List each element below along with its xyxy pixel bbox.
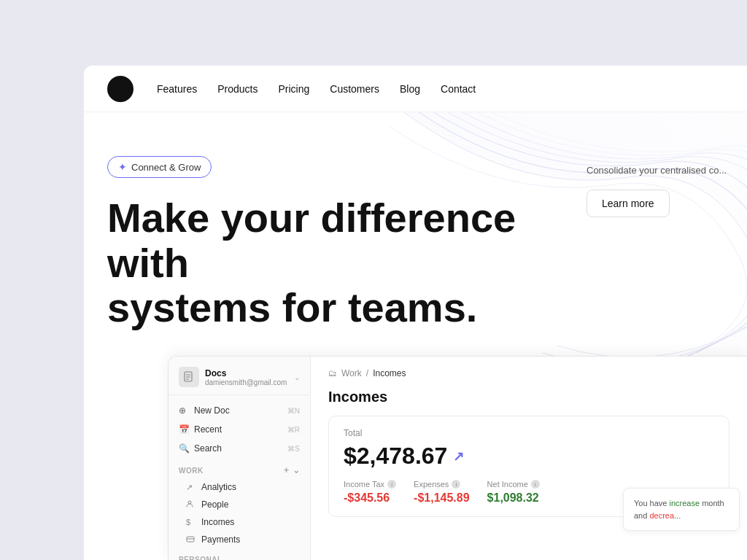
sidebar-item-payments[interactable]: Payments	[169, 531, 310, 548]
incomes-icon: $	[186, 518, 196, 526]
sidebar-personal-section: PERSONAL	[169, 548, 310, 560]
sidebar-menu: ⊕ New Doc ⌘N 📅 Recent ⌘R 🔍	[169, 395, 310, 560]
breadcrumb-separator: /	[366, 368, 368, 378]
income-tax-stat: Income Tax i -$345.56	[344, 480, 396, 505]
breadcrumb-workspace[interactable]: Work	[341, 368, 362, 378]
logo-icon[interactable]	[107, 76, 133, 102]
recent-label: Recent	[194, 424, 222, 435]
people-icon	[186, 499, 196, 510]
income-total-row: $2,478.67 ↗	[344, 443, 714, 470]
breadcrumb-current: Incomes	[373, 368, 406, 378]
expenses-value: -$1,145.89	[414, 491, 470, 505]
dashboard-preview: Docs damiensmith@gmail.com ⌄ ⊕ New Doc ⌘…	[168, 356, 747, 560]
badge-label: Connect & Grow	[131, 162, 201, 173]
right-notification-panel: You have increase month and decrea...	[623, 488, 740, 531]
expenses-label: Expenses	[414, 480, 449, 489]
net-income-stat: Net Income i $1,098.32	[487, 480, 540, 505]
analytics-label: Analytics	[201, 482, 236, 492]
nav-links: Features Products Pricing Customers Blog…	[157, 82, 476, 96]
sidebar-new-doc[interactable]: ⊕ New Doc ⌘N	[169, 401, 310, 420]
sidebar-item-incomes[interactable]: $ Incomes	[169, 513, 310, 531]
navbar: Features Products Pricing Customers Blog…	[84, 66, 747, 112]
wand-icon: ✦	[118, 161, 127, 173]
net-income-info-icon[interactable]: i	[531, 480, 540, 489]
new-doc-label: New Doc	[194, 405, 230, 416]
sidebar-chevron-icon[interactable]: ⌄	[294, 373, 300, 381]
income-trend-icon: ↗	[453, 448, 464, 464]
sidebar: Docs damiensmith@gmail.com ⌄ ⊕ New Doc ⌘…	[169, 357, 311, 560]
sidebar-user-email: damiensmith@gmail.com	[205, 378, 287, 386]
search-shortcut: ⌘S	[287, 445, 300, 453]
hero-title: Make your difference with systems for te…	[107, 195, 589, 330]
workspace-icon: 🗂	[328, 368, 337, 378]
total-label: Total	[344, 428, 714, 438]
net-income-value: $1,098.32	[487, 491, 540, 505]
nav-contact[interactable]: Contact	[441, 83, 476, 95]
income-tax-value: -$345.56	[344, 491, 396, 505]
search-icon: 🔍	[179, 443, 189, 454]
hero-section: ✦ Connect & Grow Make your difference wi…	[84, 112, 747, 382]
expenses-info-icon[interactable]: i	[452, 480, 460, 489]
income-amount: $2,478.67	[344, 443, 447, 470]
nav-customers[interactable]: Customers	[330, 83, 379, 95]
hero-side-text: Consolidate your centralised co...	[587, 163, 732, 178]
sidebar-item-analytics[interactable]: ↗ Analytics	[169, 478, 310, 496]
docs-app-icon	[179, 367, 199, 387]
sidebar-header-left: Docs damiensmith@gmail.com	[179, 367, 287, 387]
breadcrumb: 🗂 Work / Incomes	[328, 368, 729, 378]
recent-icon: 📅	[179, 424, 189, 435]
connect-badge[interactable]: ✦ Connect & Grow	[107, 156, 212, 178]
notification-text: You have increase month and decrea...	[634, 497, 729, 521]
payments-label: Payments	[201, 534, 240, 545]
recent-shortcut: ⌘R	[287, 426, 300, 434]
sidebar-header-text: Docs damiensmith@gmail.com	[205, 368, 287, 386]
people-label: People	[201, 499, 228, 510]
sidebar-search[interactable]: 🔍 Search ⌘S	[169, 439, 310, 458]
income-tax-info-icon[interactable]: i	[387, 480, 396, 489]
search-label: Search	[194, 443, 222, 454]
svg-point-4	[188, 501, 191, 504]
expenses-stat: Expenses i -$1,145.89	[414, 480, 470, 505]
sidebar-item-people[interactable]: People	[169, 496, 310, 513]
payments-icon	[186, 534, 196, 545]
nav-blog[interactable]: Blog	[400, 83, 420, 95]
main-card: Features Products Pricing Customers Blog…	[84, 66, 747, 560]
net-income-label: Net Income	[487, 480, 528, 489]
nav-pricing[interactable]: Pricing	[279, 83, 310, 95]
chevron-icon[interactable]: ⌄	[293, 465, 301, 475]
incomes-label: Incomes	[201, 517, 234, 527]
nav-products[interactable]: Products	[217, 83, 258, 95]
learn-more-button[interactable]: Learn more	[587, 190, 670, 217]
nav-features[interactable]: Features	[157, 83, 197, 95]
income-tax-label: Income Tax	[344, 480, 384, 489]
page-title: Incomes	[328, 389, 729, 405]
plus-icon[interactable]: +	[284, 465, 290, 475]
hero-right-panel: Consolidate your centralised co... Learn…	[587, 163, 732, 217]
new-doc-shortcut: ⌘N	[287, 407, 300, 415]
sidebar-work-section: WORK + ⌄	[169, 458, 310, 478]
sidebar-header: Docs damiensmith@gmail.com ⌄	[169, 357, 310, 395]
analytics-icon: ↗	[186, 483, 196, 492]
sidebar-recent[interactable]: 📅 Recent ⌘R	[169, 420, 310, 439]
sidebar-app-name: Docs	[205, 368, 287, 378]
sidebar-work-actions[interactable]: + ⌄	[284, 465, 300, 475]
new-doc-icon: ⊕	[179, 405, 189, 416]
